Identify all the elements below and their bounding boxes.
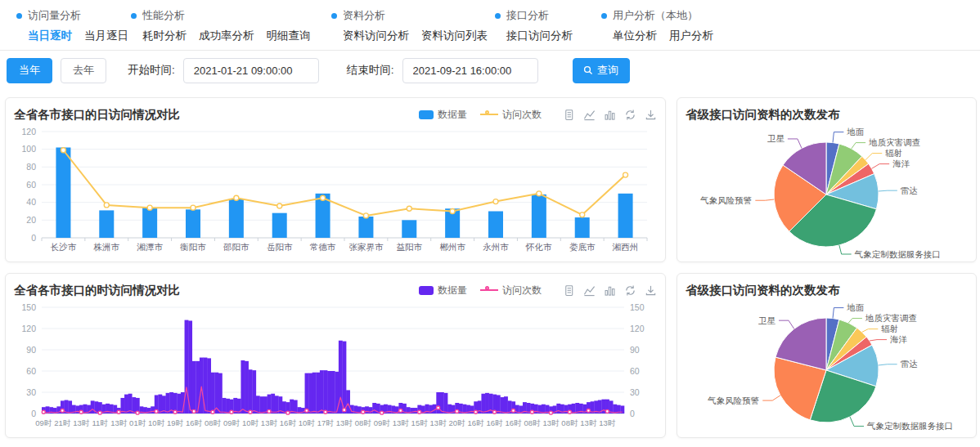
chart-legend: 数据量 访问次数 xyxy=(419,284,542,297)
province-access-pie-chart[interactable]: 地面地质灾害调查辐射海洋雷达气象定制数据服务接口气象风险预警卫星 xyxy=(686,123,968,261)
nav-group-data: 资料分析 资料访问分析 资料访问列表 xyxy=(331,8,495,50)
nav-group-title: 性能分析 xyxy=(131,8,331,23)
svg-text:17时: 17时 xyxy=(317,418,335,427)
legend-item-visit-count[interactable]: 访问次数 xyxy=(480,108,542,122)
start-time-input[interactable] xyxy=(183,58,319,83)
svg-text:16时: 16时 xyxy=(505,418,522,427)
svg-text:湘西州: 湘西州 xyxy=(612,242,639,252)
this-year-button[interactable]: 当年 xyxy=(7,58,52,83)
daily-access-chart-card: 全省各市接口的日访问情况对比 数据量 访问次数 020406080100120长… xyxy=(5,97,666,262)
bar-swatch-icon xyxy=(419,286,434,295)
bullet-icon xyxy=(495,13,501,19)
svg-text:0: 0 xyxy=(31,233,36,243)
svg-text:16时: 16时 xyxy=(280,418,297,427)
data-view-icon[interactable] xyxy=(563,284,575,297)
legend-item-data-volume[interactable]: 数据量 xyxy=(419,108,467,122)
nav-item-hourly-today[interactable]: 当日逐时 xyxy=(28,29,72,43)
svg-text:13时: 13时 xyxy=(430,418,447,427)
nav-item-daily-month[interactable]: 当月逐日 xyxy=(84,29,128,43)
line-chart-icon[interactable] xyxy=(583,109,596,121)
nav-item-interface-access-analysis[interactable]: 接口访问分析 xyxy=(506,29,573,43)
last-year-button[interactable]: 去年 xyxy=(61,58,106,83)
nav-group-visits: 访问量分析 当日逐时 当月逐日 xyxy=(16,8,131,50)
svg-text:岳阳市: 岳阳市 xyxy=(267,242,293,252)
svg-text:20时: 20时 xyxy=(449,418,466,427)
svg-text:11时: 11时 xyxy=(92,418,109,427)
download-icon[interactable] xyxy=(645,284,657,297)
svg-text:08时: 08时 xyxy=(205,418,222,427)
svg-text:13时: 13时 xyxy=(599,418,616,427)
svg-text:气象风险预警: 气象风险预警 xyxy=(707,396,759,405)
pie-chart-card-bottom: 省级接口访问资料的次数发布 地面地质灾害调查辐射海洋雷达气象定制数据服务接口气象… xyxy=(677,273,977,438)
restore-icon[interactable] xyxy=(624,284,636,297)
nav-group-performance: 性能分析 耗时分析 成功率分析 明细查询 xyxy=(131,8,331,50)
svg-text:娄底市: 娄底市 xyxy=(569,242,596,252)
svg-text:湘潭市: 湘潭市 xyxy=(136,242,163,252)
nav-item-unit-analysis[interactable]: 单位分析 xyxy=(613,29,657,43)
svg-text:地质灾害调查: 地质灾害调查 xyxy=(865,313,917,323)
svg-text:海洋: 海洋 xyxy=(890,334,908,344)
nav-item-user-analysis[interactable]: 用户分析 xyxy=(669,29,713,43)
legend-item-visit-count[interactable]: 访问次数 xyxy=(480,284,542,297)
svg-text:衡阳市: 衡阳市 xyxy=(179,242,206,252)
svg-text:辐射: 辐射 xyxy=(885,148,902,158)
search-icon xyxy=(583,65,593,75)
bar-swatch-icon xyxy=(419,110,434,119)
line-swatch-icon xyxy=(480,289,498,291)
svg-text:气象风险预警: 气象风险预警 xyxy=(699,195,752,205)
svg-text:16时: 16时 xyxy=(186,418,203,427)
daily-access-chart[interactable]: 020406080100120长沙市株洲市湘潭市衡阳市邵阳市岳阳市常德市张家界市… xyxy=(14,123,657,256)
nav-item-data-access-analysis[interactable]: 资料访问分析 xyxy=(343,29,409,43)
svg-text:0: 0 xyxy=(31,409,36,418)
svg-text:10时: 10时 xyxy=(242,418,259,427)
svg-text:地质灾害调查: 地质灾害调查 xyxy=(868,137,920,147)
hourly-access-chart-card: 全省各市接口的时访问情况对比 数据量 访问次数 0030306060909012… xyxy=(5,273,666,438)
svg-text:13时: 13时 xyxy=(110,418,128,427)
nav-group-users: 用户分析（本地） 单位分析 用户分析 xyxy=(601,8,980,50)
nav-group-title: 接口分析 xyxy=(495,8,601,23)
province-access-pie-chart[interactable]: 地面地质灾害调查辐射海洋雷达气象定制数据服务接口气象风险预警卫星 xyxy=(686,299,968,436)
svg-text:08时: 08时 xyxy=(355,418,372,427)
restore-icon[interactable] xyxy=(624,109,636,121)
nav-group-title: 资料分析 xyxy=(331,8,495,23)
search-button[interactable]: 查询 xyxy=(573,58,630,83)
legend-item-data-volume[interactable]: 数据量 xyxy=(419,284,467,297)
svg-text:60: 60 xyxy=(26,366,36,376)
nav-item-success-rate[interactable]: 成功率分析 xyxy=(199,29,254,43)
svg-text:10时: 10时 xyxy=(299,418,316,427)
nav-group-interface: 接口分析 接口访问分析 xyxy=(495,8,601,50)
svg-text:90: 90 xyxy=(26,345,36,355)
bullet-icon xyxy=(601,13,607,19)
chart-title: 省级接口访问资料的次数发布 xyxy=(686,283,840,298)
pie-chart-card-top: 省级接口访问资料的次数发布 地面地质灾害调查辐射海洋雷达气象定制数据服务接口气象… xyxy=(677,97,977,262)
svg-text:19时: 19时 xyxy=(167,418,184,427)
nav-item-data-access-list[interactable]: 资料访问列表 xyxy=(421,29,488,43)
svg-text:益阳市: 益阳市 xyxy=(397,242,423,252)
end-time-input[interactable] xyxy=(402,58,538,83)
chart-toolbox xyxy=(563,284,657,297)
svg-text:30: 30 xyxy=(26,387,36,397)
hourly-access-chart[interactable]: 0030306060909012012015015009时21时13时11时13… xyxy=(14,299,657,431)
svg-text:120: 120 xyxy=(630,324,645,333)
chart-title: 全省各市接口的日访问情况对比 xyxy=(14,107,180,123)
bar-chart-icon[interactable] xyxy=(604,284,616,297)
top-nav: 访问量分析 当日逐时 当月逐日 性能分析 耗时分析 成功率分析 明细查询 资料分… xyxy=(0,0,980,51)
svg-text:60: 60 xyxy=(26,180,36,190)
svg-text:13时: 13时 xyxy=(336,418,353,427)
nav-item-time-cost[interactable]: 耗时分析 xyxy=(142,29,187,43)
bar-chart-icon[interactable] xyxy=(604,109,616,121)
svg-text:13时: 13时 xyxy=(542,418,560,427)
end-time-label: 结束时间: xyxy=(347,63,394,78)
data-view-icon[interactable] xyxy=(563,109,575,121)
line-chart-icon[interactable] xyxy=(583,284,596,297)
svg-text:13时: 13时 xyxy=(261,418,278,427)
chart-toolbox xyxy=(563,109,657,121)
svg-text:卫星: 卫星 xyxy=(758,315,776,325)
svg-text:0: 0 xyxy=(630,409,635,418)
svg-text:16时: 16时 xyxy=(468,418,485,427)
nav-item-detail-query[interactable]: 明细查询 xyxy=(267,29,311,43)
svg-text:90: 90 xyxy=(630,345,640,355)
svg-text:怀化市: 怀化市 xyxy=(525,242,552,252)
svg-text:08时: 08时 xyxy=(561,418,578,427)
download-icon[interactable] xyxy=(645,109,657,121)
